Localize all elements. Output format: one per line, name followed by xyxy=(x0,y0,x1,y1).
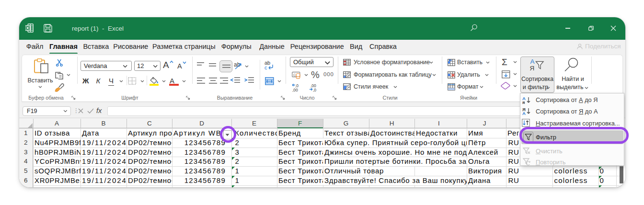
svg-text:,00: ,00 xyxy=(292,88,298,92)
svg-text:C: C xyxy=(293,73,296,77)
svg-text:,0: ,0 xyxy=(313,88,316,92)
